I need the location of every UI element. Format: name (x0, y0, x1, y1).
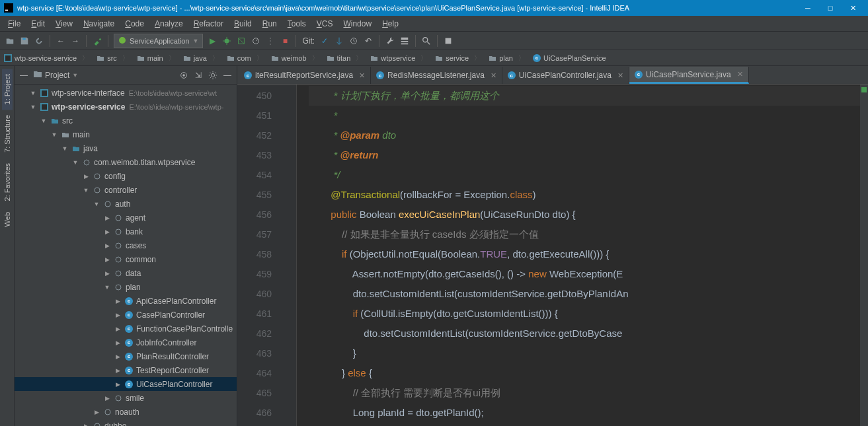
window-minimize-button[interactable]: ─ (797, 0, 819, 16)
code-content[interactable]: * 计划下执行，单个批量，都调用这个 * * @param dto * @ret… (297, 85, 868, 426)
breadcrumb-item[interactable]: wtp-service-service (0, 53, 93, 63)
menu-file[interactable]: File (3, 18, 26, 30)
tree-node[interactable]: ▶cUiCasePlanController (15, 377, 237, 391)
project-tree[interactable]: ▼wtp-service-interfaceE:\tools\idea\wtp-… (15, 85, 237, 426)
menu-view[interactable]: View (50, 18, 78, 30)
close-tab-icon[interactable]: ✕ (359, 71, 365, 80)
menu-refactor[interactable]: Refactor (188, 18, 229, 30)
editor-tab[interactable]: cUiCasePlanService.java✕ (629, 67, 749, 84)
vcs-revert-icon[interactable]: ↶ (363, 36, 374, 46)
breadcrumb-item[interactable]: cUiCasePlanService (529, 54, 615, 62)
window-maximize-button[interactable]: □ (819, 0, 842, 16)
nav-back-icon[interactable]: ← (56, 36, 66, 46)
coverage-button[interactable] (236, 36, 247, 46)
tree-node[interactable]: ▶agent (15, 211, 237, 225)
tree-node[interactable]: ▶dubbo (15, 419, 237, 426)
inspections-icon[interactable] (443, 36, 454, 46)
tree-node[interactable]: ▼wtp-service-interfaceE:\tools\idea\wtp-… (15, 86, 237, 100)
tree-node[interactable]: ▶cCasePlanController (15, 308, 237, 322)
tree-node[interactable]: ▼wtp-service-serviceE:\tools\idea\wtp-se… (15, 100, 237, 114)
tree-node[interactable]: ▶cPlanResultController (15, 349, 237, 363)
menu-build[interactable]: Build (229, 18, 257, 30)
stop-button[interactable]: ■ (280, 36, 290, 46)
breadcrumb-item[interactable]: weimob (267, 53, 323, 63)
tree-node[interactable]: ▼auth (15, 197, 237, 211)
vcs-label: Git: (302, 36, 315, 46)
menu-window[interactable]: Window (338, 18, 377, 30)
menu-tools[interactable]: Tools (282, 18, 311, 30)
breadcrumb-item[interactable]: src (93, 53, 133, 63)
close-tab-icon[interactable]: ✕ (491, 71, 496, 80)
breadcrumb-item[interactable]: com (223, 53, 267, 63)
tree-node[interactable]: ▼com.weimob.titan.wtpservice (15, 155, 237, 169)
menu-code[interactable]: Code (120, 18, 149, 30)
gear-icon[interactable] (208, 70, 218, 81)
breadcrumb-item[interactable]: titan (323, 53, 367, 63)
run-button[interactable]: ▶ (207, 36, 217, 46)
breadcrumb-item[interactable]: plan (485, 53, 529, 63)
run-config-selector[interactable]: ServiceApplication ▼ (114, 34, 203, 48)
tree-node[interactable]: ▶cases (15, 238, 237, 252)
nav-forward-icon[interactable]: → (70, 36, 81, 46)
menu-vcs[interactable]: VCS (311, 18, 338, 30)
tree-node[interactable]: ▼plan (15, 280, 237, 294)
tree-node[interactable]: ▶cFunctionCasePlanControlle (15, 322, 237, 336)
breadcrumb-item[interactable]: main (133, 53, 179, 63)
tree-node[interactable]: ▶noauth (15, 405, 237, 419)
hide-panel-icon[interactable]: — (222, 70, 233, 81)
chevron-down-icon[interactable]: ▼ (72, 72, 78, 79)
tree-node[interactable]: ▶bank (15, 225, 237, 238)
select-opened-file-icon[interactable] (178, 70, 189, 81)
toolwindow-tab[interactable]: 7: Structure (2, 110, 13, 158)
project-panel-title[interactable]: Project (45, 71, 69, 80)
toolwindow-tab[interactable]: Web (2, 207, 13, 232)
tree-node[interactable]: ▶smile (15, 391, 237, 405)
menu-run[interactable]: Run (257, 18, 282, 30)
editor-tab[interactable]: citeResultReportService.java✕ (239, 67, 371, 84)
vcs-update-icon[interactable]: ✓ (319, 36, 330, 46)
tree-node[interactable]: ▶config (15, 169, 237, 183)
breadcrumb-item[interactable]: wtpservice (366, 53, 431, 63)
vcs-history-icon[interactable] (348, 36, 359, 46)
wrench-icon[interactable] (385, 36, 395, 46)
debug-button[interactable] (221, 36, 232, 46)
tree-node[interactable]: ▼java (15, 141, 237, 155)
breadcrumb-item[interactable]: service (431, 53, 485, 63)
expand-all-icon[interactable]: ⇲ (193, 70, 204, 81)
close-tab-icon[interactable]: ✕ (737, 70, 743, 79)
structure-icon[interactable] (399, 36, 410, 46)
search-icon[interactable] (421, 36, 432, 46)
minimize-panel-icon[interactable]: — (19, 70, 29, 81)
editor-tab[interactable]: cRedisMessageListener.java✕ (371, 67, 502, 84)
toolwindow-tab[interactable]: 2: Favorites (2, 158, 13, 206)
tree-node[interactable]: ▶common (15, 252, 237, 266)
tree-node[interactable]: ▼main (15, 127, 237, 141)
fold-gutter[interactable] (277, 85, 297, 426)
profile-button[interactable] (251, 36, 261, 46)
line-number-gutter: 4504514524534544554564574584594604614624… (237, 85, 277, 426)
refresh-icon[interactable] (34, 36, 44, 46)
editor-tab[interactable]: cUiCasePlanController.java✕ (502, 67, 629, 84)
menu-navigate[interactable]: Navigate (78, 18, 120, 30)
svg-rect-9 (401, 43, 409, 44)
tree-node[interactable]: ▼src (15, 114, 237, 127)
window-close-button[interactable]: ✕ (842, 0, 864, 16)
tree-node[interactable]: ▶cJobInfoController (15, 336, 237, 349)
toolwindow-tab[interactable]: 1: Project (2, 69, 13, 110)
menu-analyze[interactable]: Analyze (149, 18, 188, 30)
tree-node[interactable]: ▼controller (15, 183, 237, 197)
code-editor[interactable]: 4504514524534544554564574584594604614624… (237, 85, 868, 426)
close-tab-icon[interactable]: ✕ (617, 71, 623, 80)
error-stripe[interactable] (860, 85, 868, 426)
tree-node[interactable]: ▶cApiCasePlanController (15, 294, 237, 308)
vcs-commit-icon[interactable] (334, 36, 344, 46)
breadcrumb-item[interactable]: java (179, 53, 223, 63)
menu-edit[interactable]: Edit (26, 18, 50, 30)
tree-node[interactable]: ▶data (15, 266, 237, 280)
menu-help[interactable]: Help (377, 18, 404, 30)
tree-node[interactable]: ▶cTestReportController (15, 363, 237, 377)
save-icon[interactable] (19, 36, 30, 46)
svg-rect-8 (401, 41, 409, 42)
open-icon[interactable] (5, 36, 15, 46)
build-icon[interactable] (92, 36, 102, 46)
